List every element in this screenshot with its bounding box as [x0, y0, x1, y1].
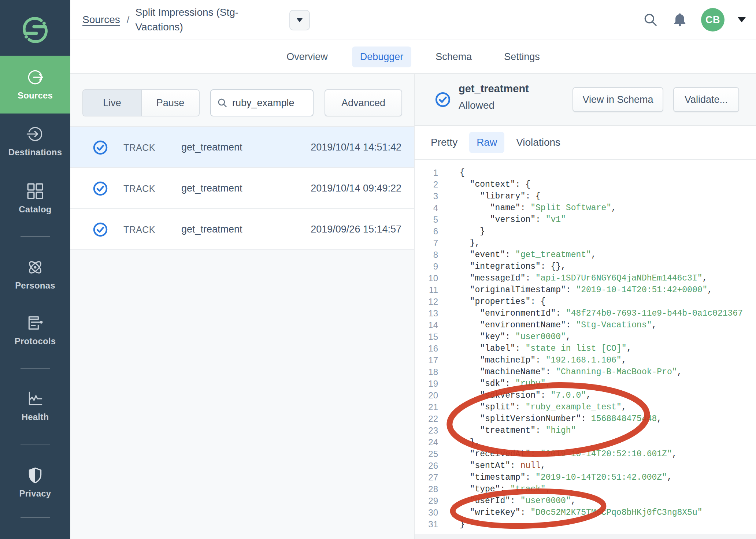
line-number: 9: [415, 261, 438, 272]
tab-overview[interactable]: Overview: [278, 47, 336, 67]
sidebar-item-personas[interactable]: Personas: [0, 258, 70, 291]
sidebar-divider: [21, 368, 50, 369]
line-number: 5: [415, 214, 438, 226]
raw-json-viewer[interactable]: 1{2 "context": {3 "library": {4 "name": …: [415, 160, 756, 534]
sidebar-item-protocols[interactable]: Protocols: [0, 314, 70, 346]
detail-status: Allowed: [459, 100, 494, 111]
breadcrumb-separator: /: [127, 14, 130, 26]
code-line: 2 "context": {: [415, 179, 756, 190]
line-number: 31: [415, 518, 438, 530]
breadcrumb: Sources / Split Impressions (Stg-Vacatio…: [82, 0, 251, 40]
sidebar-item-health[interactable]: Health: [0, 390, 70, 422]
line-number: 28: [415, 483, 438, 495]
code-line: 13 "environmentId": "48f274b0-7693-11e9-…: [415, 308, 756, 319]
check-circle-icon: [434, 91, 451, 108]
line-number: 18: [415, 366, 438, 378]
sidebar-item-label: Sources: [18, 90, 53, 101]
validate-button[interactable]: Validate...: [673, 87, 739, 112]
code-line: 22 "splitVersionNumber": 1568848475448,: [415, 413, 756, 425]
event-search-box: [210, 89, 314, 116]
sidebar-divider: [21, 445, 50, 445]
line-number: 4: [415, 202, 438, 214]
detail-tabs: Pretty Raw Violations: [415, 126, 756, 160]
sidebar-item-destinations[interactable]: Destinations: [0, 125, 70, 157]
sources-icon: [26, 68, 44, 86]
code-line: 31}: [415, 518, 756, 530]
sidebar-item-sources[interactable]: Sources: [0, 56, 70, 114]
sidebar-item-label: Protocols: [15, 336, 56, 346]
line-number: 13: [415, 308, 438, 319]
line-number: 19: [415, 378, 438, 390]
live-button[interactable]: Live: [83, 90, 141, 116]
line-number: 2: [415, 179, 438, 190]
privacy-shield-icon: [26, 466, 44, 484]
sidebar-divider: [21, 517, 50, 518]
tab-violations[interactable]: Violations: [509, 132, 568, 153]
tab-debugger[interactable]: Debugger: [352, 47, 412, 67]
line-number: 21: [415, 401, 438, 413]
pause-button[interactable]: Pause: [141, 90, 199, 116]
sidebar-item-catalog[interactable]: Catalog: [0, 182, 70, 215]
code-line: 10 "messageId": "api-1SD7Ur6NGY6Q4jaNDhE…: [415, 272, 756, 284]
event-rows: TRACK get_treatment 2019/10/14 14:51:42 …: [70, 126, 414, 250]
line-number: 29: [415, 495, 438, 507]
event-timestamp: 2019/10/14 14:51:42: [311, 142, 401, 153]
check-circle-icon: [92, 181, 108, 197]
event-search-input[interactable]: [232, 97, 305, 109]
code-line: 30 "writeKey": "D0c52M2K75TM6CPqo8bHKj0f…: [415, 507, 756, 518]
detail-footer-strip: [415, 534, 756, 539]
app-window: Sources Destinations Catalog: [0, 0, 756, 539]
search-icon: [217, 97, 228, 108]
line-number: 1: [415, 167, 438, 179]
code-line: 25 "receivedAt": "2019-10-14T20:52:10.60…: [415, 448, 756, 460]
sidebar-item-label: Personas: [15, 280, 55, 291]
dropdown-caret-icon: [297, 18, 303, 22]
check-circle-icon: [92, 140, 108, 156]
line-number: 7: [415, 237, 438, 249]
sidebar-divider: [21, 236, 50, 237]
code-line: 17 "machineIp": "192.168.1.106",: [415, 354, 756, 366]
detail-event-name: get_treatment: [459, 83, 529, 95]
sidebar-item-privacy[interactable]: Privacy: [0, 466, 70, 499]
event-detail-header: get_treatment Allowed View in Schema Val…: [415, 74, 756, 126]
code-line: 11 "originalTimestamp": "2019-10-14T20:5…: [415, 284, 756, 296]
search-icon[interactable]: [642, 12, 659, 28]
tab-pretty[interactable]: Pretty: [423, 132, 465, 153]
event-name: get_treatment: [181, 142, 242, 153]
source-switcher-dropdown-button[interactable]: [289, 10, 310, 30]
live-pause-toggle: Live Pause: [82, 89, 200, 116]
line-number: 26: [415, 460, 438, 472]
event-row[interactable]: TRACK get_treatment 2019/10/14 14:51:42: [70, 127, 414, 168]
personas-icon: [26, 258, 44, 276]
code-line: 6 }: [415, 226, 756, 237]
advanced-button[interactable]: Advanced: [325, 89, 402, 116]
event-row[interactable]: TRACK get_treatment 2019/10/14 09:49:22: [70, 168, 414, 209]
segment-logo-icon: [21, 15, 50, 45]
bell-icon[interactable]: [672, 12, 688, 28]
line-number: 12: [415, 296, 438, 308]
tab-raw[interactable]: Raw: [469, 132, 504, 153]
line-number: 30: [415, 507, 438, 518]
sidebar-item-label: Privacy: [19, 488, 51, 499]
line-number: 6: [415, 226, 438, 237]
event-detail-panel: get_treatment Allowed View in Schema Val…: [415, 74, 756, 539]
code-line: 3 "library": {: [415, 190, 756, 202]
view-in-schema-button[interactable]: View in Schema: [572, 87, 663, 112]
code-line: 28 "type": "track",: [415, 483, 756, 495]
event-row[interactable]: TRACK get_treatment 2019/09/26 15:14:57: [70, 209, 414, 250]
event-type-badge: TRACK: [123, 224, 155, 235]
line-number: 8: [415, 249, 438, 261]
line-number: 15: [415, 331, 438, 343]
breadcrumb-sources-link[interactable]: Sources: [82, 14, 120, 26]
code-line: 26 "sentAt": null,: [415, 460, 756, 472]
check-circle-icon: [92, 222, 108, 238]
user-avatar[interactable]: CB: [701, 8, 724, 31]
code-line: 23 "treatment": "high": [415, 425, 756, 436]
sidebar-item-label: Health: [22, 412, 49, 422]
content: Live Pause Advanced TRACK get_: [70, 74, 756, 539]
code-line: 18 "machineName": "Channing-B-MacBook-Pr…: [415, 366, 756, 378]
tab-schema[interactable]: Schema: [427, 47, 480, 67]
account-caret-down-icon[interactable]: [738, 17, 746, 22]
code-line: 1{: [415, 167, 756, 179]
tab-settings[interactable]: Settings: [496, 47, 548, 67]
